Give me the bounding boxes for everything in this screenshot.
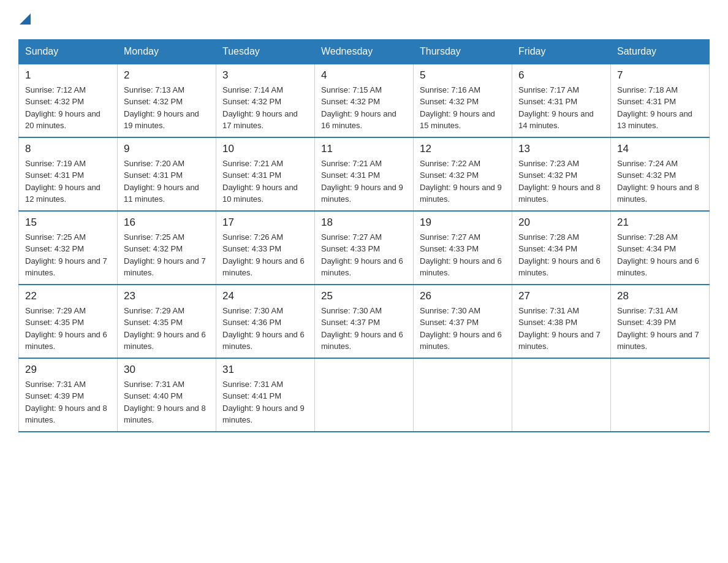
calendar-cell [414, 358, 512, 432]
calendar-cell [611, 358, 710, 432]
day-number: 25 [321, 290, 407, 302]
calendar-cell: 23 Sunrise: 7:29 AM Sunset: 4:35 PM Dayl… [118, 285, 216, 358]
svg-marker-0 [20, 13, 31, 25]
day-number: 30 [124, 364, 210, 376]
day-info: Sunrise: 7:28 AM Sunset: 4:34 PM Dayligh… [617, 231, 703, 279]
day-number: 5 [420, 69, 506, 82]
calendar-week-row: 8 Sunrise: 7:19 AM Sunset: 4:31 PM Dayli… [19, 137, 710, 211]
day-number: 11 [321, 143, 407, 155]
day-number: 28 [617, 290, 703, 302]
calendar-cell: 11 Sunrise: 7:21 AM Sunset: 4:31 PM Dayl… [315, 137, 414, 211]
day-number: 17 [222, 216, 308, 229]
logo-triangle-icon [20, 13, 31, 25]
calendar-week-row: 1 Sunrise: 7:12 AM Sunset: 4:32 PM Dayli… [19, 64, 710, 137]
calendar-cell: 3 Sunrise: 7:14 AM Sunset: 4:32 PM Dayli… [216, 64, 315, 137]
day-number: 8 [25, 143, 111, 155]
calendar-cell: 24 Sunrise: 7:30 AM Sunset: 4:36 PM Dayl… [216, 285, 315, 358]
calendar-cell: 31 Sunrise: 7:31 AM Sunset: 4:41 PM Dayl… [216, 358, 315, 432]
calendar-cell: 21 Sunrise: 7:28 AM Sunset: 4:34 PM Dayl… [611, 211, 710, 285]
day-number: 12 [420, 143, 506, 155]
calendar-cell: 28 Sunrise: 7:31 AM Sunset: 4:39 PM Dayl… [611, 285, 710, 358]
header-monday: Monday [118, 39, 216, 64]
day-number: 4 [321, 69, 407, 82]
day-info: Sunrise: 7:28 AM Sunset: 4:34 PM Dayligh… [518, 231, 604, 279]
day-info: Sunrise: 7:21 AM Sunset: 4:31 PM Dayligh… [321, 158, 407, 205]
logo [18, 12, 31, 27]
day-info: Sunrise: 7:16 AM Sunset: 4:32 PM Dayligh… [420, 84, 506, 132]
day-number: 24 [222, 290, 308, 302]
day-info: Sunrise: 7:29 AM Sunset: 4:35 PM Dayligh… [25, 305, 111, 353]
day-number: 22 [25, 290, 111, 302]
day-number: 9 [124, 143, 210, 155]
header-sunday: Sunday [19, 39, 118, 64]
day-info: Sunrise: 7:30 AM Sunset: 4:37 PM Dayligh… [321, 305, 407, 353]
header-wednesday: Wednesday [315, 39, 414, 64]
day-info: Sunrise: 7:15 AM Sunset: 4:32 PM Dayligh… [321, 84, 407, 132]
day-info: Sunrise: 7:22 AM Sunset: 4:32 PM Dayligh… [420, 158, 506, 205]
calendar-cell: 5 Sunrise: 7:16 AM Sunset: 4:32 PM Dayli… [414, 64, 512, 137]
calendar-cell: 7 Sunrise: 7:18 AM Sunset: 4:31 PM Dayli… [611, 64, 710, 137]
day-info: Sunrise: 7:19 AM Sunset: 4:31 PM Dayligh… [25, 158, 111, 205]
calendar-table: Sunday Monday Tuesday Wednesday Thursday… [18, 39, 710, 432]
day-number: 16 [124, 216, 210, 229]
day-number: 19 [420, 216, 506, 229]
calendar-cell: 30 Sunrise: 7:31 AM Sunset: 4:40 PM Dayl… [118, 358, 216, 432]
calendar-cell: 8 Sunrise: 7:19 AM Sunset: 4:31 PM Dayli… [19, 137, 118, 211]
day-info: Sunrise: 7:20 AM Sunset: 4:31 PM Dayligh… [124, 158, 210, 205]
day-info: Sunrise: 7:25 AM Sunset: 4:32 PM Dayligh… [25, 231, 111, 279]
day-info: Sunrise: 7:25 AM Sunset: 4:32 PM Dayligh… [124, 231, 210, 279]
day-number: 7 [617, 69, 703, 82]
day-number: 14 [617, 143, 703, 155]
page-header [18, 12, 710, 27]
day-number: 31 [222, 364, 308, 376]
header-saturday: Saturday [611, 39, 710, 64]
day-number: 27 [518, 290, 604, 302]
calendar-cell: 19 Sunrise: 7:27 AM Sunset: 4:33 PM Dayl… [414, 211, 512, 285]
day-info: Sunrise: 7:29 AM Sunset: 4:35 PM Dayligh… [124, 305, 210, 353]
calendar-cell: 10 Sunrise: 7:21 AM Sunset: 4:31 PM Dayl… [216, 137, 315, 211]
day-number: 10 [222, 143, 308, 155]
calendar-header-row: Sunday Monday Tuesday Wednesday Thursday… [19, 39, 710, 64]
day-number: 3 [222, 69, 308, 82]
calendar-week-row: 29 Sunrise: 7:31 AM Sunset: 4:39 PM Dayl… [19, 358, 710, 432]
calendar-cell: 4 Sunrise: 7:15 AM Sunset: 4:32 PM Dayli… [315, 64, 414, 137]
calendar-week-row: 15 Sunrise: 7:25 AM Sunset: 4:32 PM Dayl… [19, 211, 710, 285]
day-info: Sunrise: 7:13 AM Sunset: 4:32 PM Dayligh… [124, 84, 210, 132]
day-number: 21 [617, 216, 703, 229]
day-info: Sunrise: 7:31 AM Sunset: 4:40 PM Dayligh… [124, 378, 210, 426]
day-info: Sunrise: 7:23 AM Sunset: 4:32 PM Dayligh… [518, 158, 604, 205]
day-info: Sunrise: 7:31 AM Sunset: 4:39 PM Dayligh… [25, 378, 111, 426]
day-info: Sunrise: 7:12 AM Sunset: 4:32 PM Dayligh… [25, 84, 111, 132]
calendar-cell: 6 Sunrise: 7:17 AM Sunset: 4:31 PM Dayli… [512, 64, 611, 137]
day-number: 29 [25, 364, 111, 376]
calendar-cell: 25 Sunrise: 7:30 AM Sunset: 4:37 PM Dayl… [315, 285, 414, 358]
calendar-cell: 18 Sunrise: 7:27 AM Sunset: 4:33 PM Dayl… [315, 211, 414, 285]
calendar-cell: 26 Sunrise: 7:30 AM Sunset: 4:37 PM Dayl… [414, 285, 512, 358]
calendar-cell: 16 Sunrise: 7:25 AM Sunset: 4:32 PM Dayl… [118, 211, 216, 285]
calendar-cell: 29 Sunrise: 7:31 AM Sunset: 4:39 PM Dayl… [19, 358, 118, 432]
day-info: Sunrise: 7:21 AM Sunset: 4:31 PM Dayligh… [222, 158, 308, 205]
day-info: Sunrise: 7:18 AM Sunset: 4:31 PM Dayligh… [617, 84, 703, 132]
day-info: Sunrise: 7:14 AM Sunset: 4:32 PM Dayligh… [222, 84, 308, 132]
day-info: Sunrise: 7:31 AM Sunset: 4:38 PM Dayligh… [518, 305, 604, 353]
day-number: 13 [518, 143, 604, 155]
header-thursday: Thursday [414, 39, 512, 64]
day-info: Sunrise: 7:26 AM Sunset: 4:33 PM Dayligh… [222, 231, 308, 279]
calendar-cell: 17 Sunrise: 7:26 AM Sunset: 4:33 PM Dayl… [216, 211, 315, 285]
day-info: Sunrise: 7:24 AM Sunset: 4:32 PM Dayligh… [617, 158, 703, 205]
calendar-cell: 13 Sunrise: 7:23 AM Sunset: 4:32 PM Dayl… [512, 137, 611, 211]
calendar-cell: 1 Sunrise: 7:12 AM Sunset: 4:32 PM Dayli… [19, 64, 118, 137]
calendar-cell: 2 Sunrise: 7:13 AM Sunset: 4:32 PM Dayli… [118, 64, 216, 137]
day-info: Sunrise: 7:30 AM Sunset: 4:36 PM Dayligh… [222, 305, 308, 353]
day-number: 26 [420, 290, 506, 302]
day-number: 2 [124, 69, 210, 82]
calendar-cell: 22 Sunrise: 7:29 AM Sunset: 4:35 PM Dayl… [19, 285, 118, 358]
day-info: Sunrise: 7:27 AM Sunset: 4:33 PM Dayligh… [420, 231, 506, 279]
day-number: 18 [321, 216, 407, 229]
day-info: Sunrise: 7:31 AM Sunset: 4:41 PM Dayligh… [222, 378, 308, 426]
day-number: 15 [25, 216, 111, 229]
calendar-cell: 27 Sunrise: 7:31 AM Sunset: 4:38 PM Dayl… [512, 285, 611, 358]
day-info: Sunrise: 7:17 AM Sunset: 4:31 PM Dayligh… [518, 84, 604, 132]
calendar-cell: 9 Sunrise: 7:20 AM Sunset: 4:31 PM Dayli… [118, 137, 216, 211]
header-friday: Friday [512, 39, 611, 64]
